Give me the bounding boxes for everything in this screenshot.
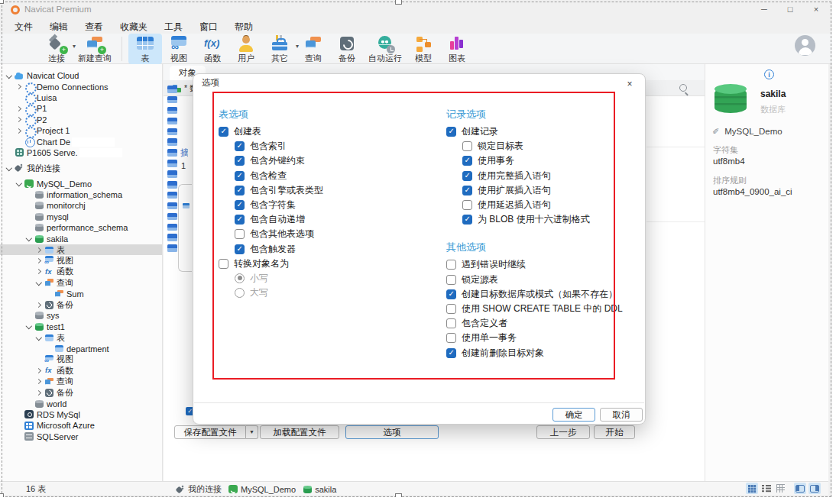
tree-expander-icon[interactable] (15, 179, 23, 188)
tree-expander-icon[interactable] (34, 301, 43, 309)
menu-item[interactable]: 收藏夹 (112, 20, 156, 34)
checkbox[interactable] (235, 156, 245, 166)
checkbox[interactable] (235, 273, 245, 283)
tree-expander-icon[interactable] (24, 399, 33, 408)
checkbox[interactable] (219, 127, 228, 137)
option-row[interactable]: 创建前删除目标对象 (446, 345, 637, 360)
checkbox[interactable] (462, 171, 472, 181)
tree-item[interactable]: 函数 (0, 267, 162, 277)
search-icon[interactable] (679, 84, 689, 94)
tree-item[interactable]: Demo Connections (0, 81, 162, 92)
option-row[interactable]: 锁定目标表 (446, 139, 637, 153)
tree-item[interactable]: department (0, 343, 162, 354)
option-row[interactable]: 使用 SHOW CREATE TABLE 中的 DDL (446, 302, 637, 316)
tree-item[interactable]: monitorchj (0, 200, 162, 211)
option-row[interactable]: 使用完整插入语句 (446, 169, 637, 183)
toolbar-button[interactable]: 新建查询 ▾ (73, 34, 116, 64)
tree-expander-icon[interactable] (24, 322, 33, 331)
checkbox[interactable] (462, 215, 472, 225)
checkbox[interactable] (235, 229, 245, 239)
tree-item[interactable]: MySQL_Demo (0, 179, 162, 189)
tree-item[interactable]: mysql (0, 212, 162, 222)
option-row[interactable]: 包含触发器 (219, 242, 425, 257)
minimize-button[interactable]: ─ (751, 0, 777, 18)
tree-expander-icon[interactable] (34, 246, 43, 254)
checkbox[interactable] (446, 348, 456, 358)
menu-item[interactable]: 编辑 (41, 20, 76, 34)
user-avatar[interactable] (795, 35, 815, 56)
tree-item[interactable]: Luisa (0, 92, 162, 103)
tree-item[interactable]: test1 (0, 321, 162, 332)
checkbox[interactable] (235, 215, 245, 225)
tree-expander-icon[interactable] (34, 389, 43, 397)
option-row[interactable]: 大写 (219, 286, 425, 300)
tree-expander-icon[interactable] (5, 72, 13, 80)
tree-expander-icon[interactable] (34, 377, 43, 386)
tree-expander-icon[interactable] (15, 115, 23, 124)
breadcrumb-item[interactable]: 我的连接 (174, 483, 222, 495)
toolbar-button[interactable]: 其它 ▾ (263, 34, 296, 64)
tree-expander-icon[interactable] (15, 432, 23, 441)
tree-expander-icon[interactable] (34, 279, 43, 287)
option-row[interactable]: 创建记录 (446, 124, 637, 139)
option-row[interactable]: 为 BLOB 使用十六进制格式 (446, 212, 637, 227)
tree-item[interactable]: 我的连接 (0, 163, 162, 173)
checkbox[interactable] (462, 141, 472, 151)
tree-item[interactable]: RDS MySql (0, 409, 162, 420)
toggle-right-panel-icon[interactable] (808, 483, 821, 494)
toolbar-button[interactable]: 备份 ▾ (330, 34, 364, 64)
toolbar-button[interactable]: 表 ▾ (128, 34, 162, 64)
option-row[interactable]: 创建目标数据库或模式（如果不存在） (446, 287, 637, 302)
tree-item[interactable]: P1 (0, 103, 162, 114)
option-row[interactable]: 锁定源表 (446, 273, 637, 287)
checkbox[interactable] (235, 141, 245, 151)
option-row[interactable]: 遇到错误时继续 (446, 257, 637, 272)
breadcrumb-item[interactable]: sakila (301, 485, 336, 494)
checkbox[interactable] (446, 318, 456, 328)
tree-item[interactable]: 视图 (0, 354, 162, 365)
checkbox[interactable] (235, 244, 245, 254)
tree-expander-icon[interactable] (44, 289, 53, 298)
tree-expander-icon[interactable] (44, 344, 53, 353)
checkbox[interactable] (446, 275, 456, 285)
tree-item[interactable]: 函数 (0, 365, 162, 376)
checkbox[interactable] (219, 259, 228, 269)
checkbox[interactable] (462, 156, 472, 166)
checkbox[interactable] (235, 200, 245, 210)
toolbar-button[interactable]: 函数 ▾ (196, 34, 229, 64)
tree-expander-icon[interactable] (5, 164, 13, 173)
tree-expander-icon[interactable] (15, 127, 23, 135)
maximize-button[interactable]: □ (777, 0, 803, 18)
tree-item[interactable]: P2 (0, 115, 162, 125)
tree-item[interactable]: world (0, 398, 162, 409)
checkbox[interactable] (446, 289, 456, 299)
menu-item[interactable]: 帮助 (226, 20, 261, 34)
toolbar-button[interactable]: 视图 ▾ (162, 34, 196, 64)
detail-view-icon[interactable] (775, 483, 787, 494)
tree-item[interactable]: performance_schema (0, 222, 162, 233)
tree-item[interactable]: Sum (0, 288, 162, 299)
option-row[interactable]: 使用延迟插入语句 (446, 198, 637, 212)
tree-item[interactable]: SQLServer (0, 431, 162, 442)
option-row[interactable]: 创建表 (219, 124, 425, 139)
tree-expander-icon[interactable] (15, 422, 23, 430)
tree-expander-icon[interactable] (24, 234, 33, 243)
tree-item[interactable]: 查询 (0, 277, 162, 288)
option-row[interactable]: 使用单一事务 (446, 331, 637, 345)
grid-view-icon[interactable] (746, 483, 758, 494)
option-row[interactable]: 小写 (219, 271, 425, 286)
option-row[interactable]: 包含其他表选项 (219, 227, 425, 241)
toolbar-button[interactable]: 模型 ▾ (407, 34, 440, 64)
tree-expander-icon[interactable] (24, 191, 33, 199)
toolbar-button[interactable]: 用户 ▾ (229, 34, 263, 64)
checkbox[interactable] (235, 186, 245, 195)
toolbar-button[interactable]: 图表 ▾ (440, 34, 474, 64)
dialog-close-icon[interactable]: × (624, 78, 636, 90)
menu-item[interactable]: 工具 (156, 20, 191, 34)
options-button[interactable]: 选项 (345, 425, 439, 439)
tree-expander-icon[interactable] (34, 257, 43, 265)
tree-expander-icon[interactable] (15, 82, 23, 91)
tree-item[interactable]: Chart De (0, 136, 162, 147)
tree-expander-icon[interactable] (15, 137, 23, 146)
checkbox[interactable] (462, 186, 472, 195)
